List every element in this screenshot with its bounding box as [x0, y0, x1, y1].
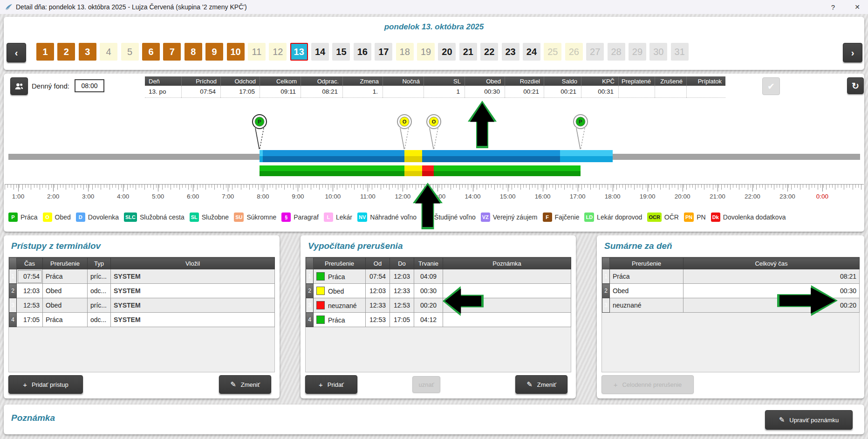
- strip-value-Celkom: 09:11: [260, 86, 301, 98]
- next-month-button[interactable]: ›: [843, 43, 862, 62]
- legend-label: Lekár doprovod: [597, 213, 642, 221]
- day-8-button[interactable]: 8: [185, 43, 202, 61]
- day-29-button[interactable]: 29: [629, 43, 646, 61]
- hour-tick: [718, 185, 718, 192]
- marker-P-07:54[interactable]: P: [251, 114, 268, 153]
- day-21-button[interactable]: 21: [459, 43, 477, 61]
- day-24-button[interactable]: 24: [523, 43, 540, 61]
- break-name: neuznané: [314, 298, 366, 313]
- strip-header-KPČ: KPČ: [581, 76, 618, 86]
- break-from: 12:33: [366, 298, 390, 313]
- break-row-3[interactable]: 3 neuznané 12:33 12:53 00:20: [306, 298, 571, 313]
- break-row-1[interactable]: 1 Práca 07:54 12:03 04:09: [306, 269, 571, 284]
- close-icon[interactable]: ✕: [849, 0, 865, 14]
- legend-label: OČR: [664, 213, 679, 221]
- add-break-button[interactable]: + Pridať: [305, 375, 357, 394]
- edit-note-button[interactable]: ✎ Upraviť poznámku: [765, 410, 853, 430]
- day-26-button[interactable]: 26: [565, 43, 583, 61]
- summary-row-1[interactable]: 1 Práca 08:21: [602, 269, 860, 284]
- fullday-break-button[interactable]: + Celodenné prerušenie: [601, 375, 694, 394]
- hour-tick: [543, 185, 543, 192]
- break-row-4[interactable]: 4 Práca 12:53 17:05 04:12: [306, 313, 571, 327]
- blue-segment: [263, 150, 404, 162]
- break-from: 07:54: [366, 269, 390, 284]
- day-20-button[interactable]: 20: [438, 43, 456, 61]
- legend-chip: L: [324, 213, 333, 222]
- break-to: 17:05: [390, 313, 414, 327]
- day-3-button[interactable]: 3: [79, 43, 96, 61]
- day-28-button[interactable]: 28: [608, 43, 625, 61]
- strip-value-Zrušené: [655, 86, 686, 98]
- strip-header-Odprac.: Odprac.: [301, 76, 342, 86]
- approve-break-label: uznať: [418, 381, 434, 388]
- day-5-button[interactable]: 5: [121, 43, 139, 61]
- break-note: [443, 269, 571, 284]
- break-name: Práca: [314, 313, 366, 327]
- computed-breaks-list: PrerušenieOdDoTrvaniePoznámka 1 Práca 07…: [305, 257, 571, 372]
- legend-chip: P: [8, 213, 18, 222]
- refresh-button[interactable]: ↻: [847, 77, 864, 94]
- approve-break-button[interactable]: uznať: [412, 376, 440, 393]
- day-16-button[interactable]: 16: [354, 43, 371, 61]
- strip-header-Nočná: Nočná: [383, 76, 424, 86]
- add-access-button[interactable]: + Pridať prístup: [8, 375, 83, 394]
- change-break-button[interactable]: ✎ Zmeniť: [515, 375, 567, 394]
- day-30-button[interactable]: 30: [649, 43, 667, 61]
- day-27-button[interactable]: 27: [586, 43, 604, 61]
- blue-segment: [422, 150, 560, 162]
- presence-bar: [4, 165, 863, 176]
- day-detail-window: Detail dňa: pondelok 13. októbra 2025 - …: [0, 0, 868, 439]
- access-row-1[interactable]: 1 07:54 Práca príc... SYSTEM: [9, 269, 275, 284]
- strip-value-Príchod: 07:54: [181, 86, 220, 98]
- change-access-button[interactable]: ✎ Zmeniť: [219, 375, 271, 394]
- column-header: Prerušenie: [610, 258, 683, 269]
- day-19-button[interactable]: 19: [417, 43, 435, 61]
- strip-header-Obed: Obed: [465, 76, 505, 86]
- day-18-button[interactable]: 18: [396, 43, 414, 61]
- day-2-button[interactable]: 2: [57, 43, 75, 61]
- day-1-button[interactable]: 1: [36, 43, 54, 61]
- day-11-button[interactable]: 11: [248, 43, 266, 61]
- hour-tick: [193, 185, 193, 192]
- day-12-button[interactable]: 12: [269, 43, 287, 61]
- access-row-2[interactable]: 2 12:03 Obed odc... SYSTEM: [9, 284, 275, 298]
- day-17-button[interactable]: 17: [375, 43, 392, 61]
- break-name: Obed: [314, 284, 366, 298]
- access-row-4[interactable]: 4 17:05 Práca odc... SYSTEM: [9, 313, 275, 327]
- marker-P-17:05[interactable]: P: [572, 114, 589, 153]
- day-14-button[interactable]: 14: [311, 43, 329, 61]
- marker-O-12:53[interactable]: O: [425, 114, 442, 153]
- day-23-button[interactable]: 23: [502, 43, 519, 61]
- help-button[interactable]: ?: [825, 0, 841, 14]
- day-25-button[interactable]: 25: [544, 43, 561, 61]
- daily-fund-input[interactable]: [75, 79, 104, 92]
- legend-item-F: FFajčenie: [543, 213, 580, 222]
- day-10-button[interactable]: 10: [227, 43, 245, 61]
- day-6-button[interactable]: 6: [142, 43, 160, 61]
- day-4-button[interactable]: 4: [100, 43, 117, 61]
- day-13-button[interactable]: 13: [290, 43, 308, 61]
- chevron-right-icon: ›: [851, 48, 854, 58]
- confirm-button[interactable]: ✔: [762, 77, 780, 95]
- day-9-button[interactable]: 9: [205, 43, 223, 61]
- day-22-button[interactable]: 22: [480, 43, 498, 61]
- group-button[interactable]: [10, 77, 28, 95]
- legend-label: Obed: [55, 213, 71, 221]
- legend-chip: D: [76, 213, 85, 222]
- column-header: Do: [390, 258, 414, 269]
- marker-O-12:03[interactable]: O: [396, 114, 413, 153]
- pencil-icon: ✎: [526, 380, 533, 389]
- prev-month-button[interactable]: ‹: [7, 43, 26, 62]
- legend-item-L: LLekár: [324, 213, 352, 222]
- access-row-3[interactable]: 3 12:53 Obed príc... SYSTEM: [9, 298, 275, 313]
- hour-tick: [403, 185, 403, 192]
- day-15-button[interactable]: 15: [332, 43, 350, 61]
- strip-header-Saldo: Saldo: [544, 76, 581, 86]
- access-inserted-by: SYSTEM: [111, 269, 275, 284]
- column-header: Vložil: [111, 258, 275, 269]
- hour-tick: [333, 185, 333, 192]
- hour-tick: [18, 185, 19, 192]
- day-7-button[interactable]: 7: [163, 43, 181, 61]
- day-31-button[interactable]: 31: [671, 43, 689, 61]
- break-row-2[interactable]: 2 Obed 12:03 12:33 00:30: [306, 284, 571, 298]
